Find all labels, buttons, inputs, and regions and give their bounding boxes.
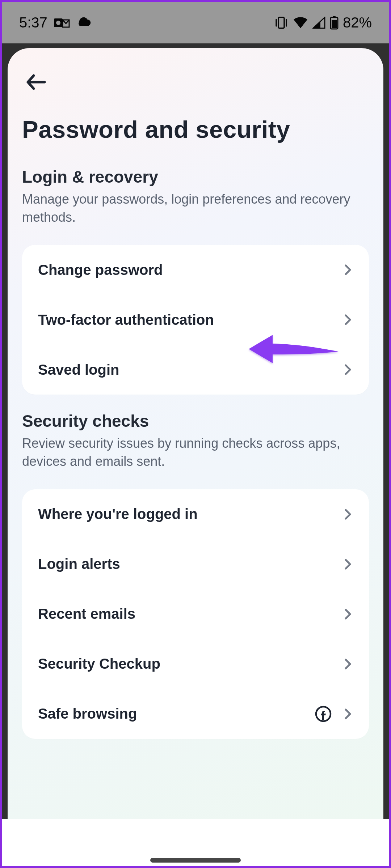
back-button[interactable] bbox=[21, 68, 50, 97]
row-two-factor-authentication[interactable]: Two-factor authentication bbox=[22, 295, 369, 345]
chevron-right-icon bbox=[343, 608, 353, 620]
login-recovery-card: Change password Two-factor authenticatio… bbox=[22, 245, 369, 395]
signal-icon bbox=[312, 17, 325, 29]
chevron-right-icon bbox=[343, 364, 353, 375]
chevron-right-icon bbox=[343, 314, 353, 326]
arrow-left-icon bbox=[26, 73, 46, 91]
svg-rect-4 bbox=[333, 16, 336, 18]
cloud-icon bbox=[76, 17, 92, 28]
row-label: Saved login bbox=[38, 362, 119, 378]
row-saved-login[interactable]: Saved login bbox=[22, 345, 369, 395]
row-label: Security Checkup bbox=[38, 656, 160, 672]
chevron-right-icon bbox=[343, 264, 353, 276]
section-desc-login-recovery: Manage your passwords, login preferences… bbox=[8, 188, 383, 226]
row-login-alerts[interactable]: Login alerts bbox=[22, 539, 369, 589]
security-checks-card: Where you're logged in Login alerts Rece… bbox=[22, 489, 369, 739]
row-label: Safe browsing bbox=[38, 706, 137, 722]
row-label: Recent emails bbox=[38, 606, 135, 622]
svg-rect-5 bbox=[332, 20, 337, 28]
home-indicator[interactable] bbox=[150, 858, 241, 863]
row-label: Login alerts bbox=[38, 556, 120, 572]
row-safe-browsing[interactable]: Safe browsing bbox=[22, 689, 369, 739]
chevron-right-icon bbox=[343, 658, 353, 670]
section-title-login-recovery: Login & recovery bbox=[8, 150, 383, 188]
outlook-icon bbox=[54, 16, 70, 29]
svg-rect-2 bbox=[278, 17, 284, 28]
row-label: Change password bbox=[38, 262, 163, 278]
status-bar: 5:37 bbox=[2, 2, 389, 43]
wifi-icon bbox=[293, 17, 308, 29]
page-title: Password and security bbox=[8, 97, 383, 150]
battery-icon bbox=[330, 16, 339, 30]
battery-percent: 82% bbox=[343, 14, 372, 31]
vibrate-icon bbox=[274, 16, 289, 30]
status-time: 5:37 bbox=[19, 14, 47, 31]
facebook-icon bbox=[315, 705, 332, 723]
row-change-password[interactable]: Change password bbox=[22, 245, 369, 295]
row-label: Two-factor authentication bbox=[38, 312, 214, 328]
section-title-security-checks: Security checks bbox=[8, 395, 383, 432]
chevron-right-icon bbox=[343, 708, 353, 720]
row-security-checkup[interactable]: Security Checkup bbox=[22, 639, 369, 689]
row-where-logged-in[interactable]: Where you're logged in bbox=[22, 489, 369, 539]
row-label: Where you're logged in bbox=[38, 506, 198, 522]
chevron-right-icon bbox=[343, 558, 353, 570]
chevron-right-icon bbox=[343, 509, 353, 520]
settings-sheet: Password and security Login & recovery M… bbox=[8, 48, 383, 819]
row-recent-emails[interactable]: Recent emails bbox=[22, 589, 369, 639]
section-desc-security-checks: Review security issues by running checks… bbox=[8, 432, 383, 470]
svg-point-1 bbox=[56, 21, 60, 25]
